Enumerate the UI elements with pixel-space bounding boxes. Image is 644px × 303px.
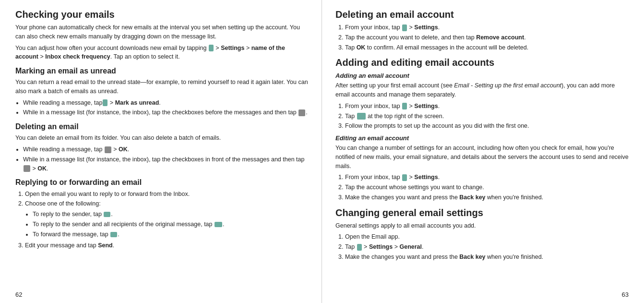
adding-account-steps: From your inbox, tap > Settings. Tap at … — [345, 102, 629, 131]
checking-emails-p1: Your phone can automatically check for n… — [15, 23, 308, 41]
deleting-account-step3: Tap OK to confirm. All email messages in… — [345, 43, 629, 52]
menu-icon-edit1 — [402, 174, 407, 181]
deleting-account-steps: From your inbox, tap > Settings. Tap the… — [345, 23, 629, 52]
editing-account-step2: Tap the account whose settings you want … — [345, 183, 629, 192]
general-settings-steps: Open the Email app. Tap > Settings > Gen… — [345, 232, 629, 261]
deleting-email-bullet1: While reading a message, tap > OK. — [23, 145, 308, 154]
marking-unread-p1: You can return a read email to the unrea… — [15, 78, 308, 96]
deleting-account-title: Deleting an email account — [335, 9, 629, 20]
checking-emails-p2: You can adjust how often your account do… — [15, 44, 308, 62]
right-page: Deleting an email account From your inbo… — [322, 0, 644, 303]
replying-sub2: To reply to the sender and all recipient… — [33, 220, 308, 229]
replying-sub-bullets: To reply to the sender, tap . To reply t… — [33, 210, 308, 239]
marking-unread-bullet1: While reading a message, tap > Mark as u… — [23, 98, 308, 108]
editing-account-p1: You can change a number of settings for … — [335, 144, 629, 170]
checking-emails-title: Checking your emails — [15, 9, 308, 20]
marking-unread-bullets: While reading a message, tap > Mark as u… — [23, 98, 308, 118]
menu-icon-del1 — [402, 24, 407, 31]
forward-icon — [110, 232, 117, 237]
menu-icon-add1 — [402, 103, 407, 109]
replying-sub1: To reply to the sender, tap . — [33, 210, 308, 219]
trash-icon2 — [24, 165, 30, 172]
editing-account-step1: From your inbox, tap > Settings. — [345, 173, 629, 182]
general-settings-step1: Open the Email app. — [345, 232, 629, 242]
editing-account-subtitle: Editing an email account — [335, 134, 629, 142]
deleting-email-bullets: While reading a message, tap > OK. While… — [23, 145, 308, 173]
menu-icon — [209, 45, 214, 51]
adding-account-step3: Follow the prompts to set up the account… — [345, 121, 629, 131]
menu-icon-gen — [357, 244, 362, 251]
marking-unread-bullet2: While in a message list (for instance, t… — [23, 108, 308, 117]
adding-account-step1: From your inbox, tap > Settings. — [345, 102, 629, 111]
deleting-email-bullet2: While in a message list (for instance, t… — [23, 155, 308, 173]
general-settings-title: Changing general email settings — [335, 207, 629, 218]
add-icon — [357, 113, 366, 120]
general-settings-step3: Make the changes you want and press the … — [345, 253, 629, 262]
adding-account-p1: After setting up your first email accoun… — [335, 81, 629, 99]
general-settings-p1: General settings apply to all email acco… — [335, 221, 629, 230]
replying-step3: Edit your message and tap Send. — [25, 241, 308, 250]
adding-account-step2: Tap at the top right of the screen. — [345, 112, 629, 121]
replying-forwarding-title: Replying to or forwarding an email — [15, 178, 308, 187]
editing-account-steps: From your inbox, tap > Settings. Tap the… — [345, 173, 629, 202]
menu-icon-inline — [103, 99, 107, 106]
right-page-number: 63 — [622, 291, 629, 298]
replying-sub3: To forward the message, tap . — [33, 230, 308, 239]
editing-account-step3: Make the changes you want and press the … — [345, 193, 629, 202]
replying-step2: Choose one of the following: To reply to… — [25, 199, 308, 239]
adding-account-subtitle: Adding an email account — [335, 72, 629, 79]
deleting-account-step2: Tap the account you want to delete, and … — [345, 33, 629, 42]
replyall-icon — [215, 222, 222, 227]
marking-unread-title: Marking an email as unread — [15, 66, 308, 75]
left-page-number: 62 — [15, 291, 22, 298]
replying-forwarding-steps: Open the email you want to reply to or f… — [25, 190, 308, 251]
reply-icon — [104, 212, 110, 217]
deleting-email-title: Deleting an email — [15, 122, 308, 131]
deleting-account-step1: From your inbox, tap > Settings. — [345, 23, 629, 32]
adding-editing-title: Adding and editing email accounts — [335, 57, 629, 68]
check-icon — [298, 109, 305, 116]
left-page: Checking your emails Your phone can auto… — [0, 0, 322, 303]
deleting-email-p1: You can delete an email from its folder.… — [15, 133, 308, 143]
replying-step1: Open the email you want to reply to or f… — [25, 190, 308, 199]
trash-icon1 — [105, 146, 111, 153]
general-settings-step2: Tap > Settings > General. — [345, 242, 629, 252]
